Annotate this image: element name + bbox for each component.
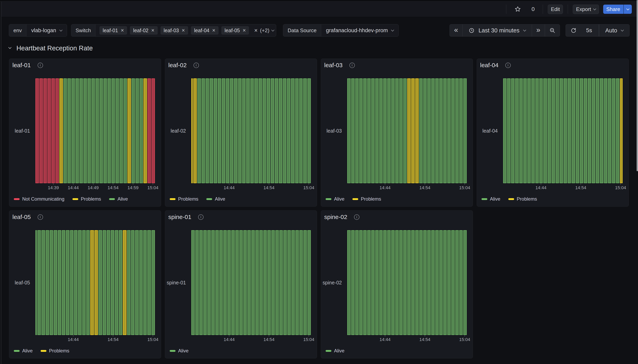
- legend-item[interactable]: Alive: [206, 196, 225, 202]
- legend-item[interactable]: Problems: [508, 196, 537, 202]
- dashboard-row-header[interactable]: Heartbeat Reception Rate: [9, 44, 93, 52]
- status-bar-alive: [455, 78, 459, 183]
- info-icon[interactable]: i: [354, 214, 359, 220]
- legend-item[interactable]: Problems: [352, 196, 381, 202]
- status-bar-down: [56, 78, 59, 183]
- time-range-picker[interactable]: Last 30 minutes: [463, 24, 532, 36]
- panel-title[interactable]: leaf-05: [13, 214, 31, 220]
- status-history-chart[interactable]: [503, 78, 622, 183]
- tick-mark: [93, 184, 94, 185]
- status-history-chart[interactable]: [36, 78, 155, 183]
- status-bar-down: [44, 78, 47, 183]
- more-tags[interactable]: (+2): [260, 28, 269, 34]
- status-history-chart[interactable]: [36, 230, 155, 335]
- datasource-value[interactable]: grafanacloud-hhdev-prom: [321, 24, 398, 36]
- refresh-interval-picker[interactable]: Auto: [599, 24, 629, 36]
- panel-title[interactable]: leaf-04: [480, 62, 498, 68]
- status-bar-alive: [267, 78, 270, 183]
- tick-mark: [309, 335, 309, 336]
- panel-title[interactable]: leaf-03: [324, 62, 343, 68]
- status-history-chart[interactable]: [347, 78, 467, 183]
- switch-tag[interactable]: leaf-03×: [161, 26, 188, 34]
- switch-tag[interactable]: leaf-01×: [100, 26, 127, 34]
- share-button[interactable]: Share: [603, 4, 623, 14]
- axis-ticks: [36, 184, 155, 185]
- remove-tag-icon[interactable]: ×: [243, 28, 246, 33]
- edit-button[interactable]: Edit: [548, 4, 563, 14]
- legend-item[interactable]: Problems: [73, 196, 101, 202]
- tick-mark: [309, 184, 309, 185]
- panel-title[interactable]: leaf-01: [13, 62, 31, 68]
- legend-item[interactable]: Not Communicating: [14, 196, 65, 202]
- panel-title[interactable]: spine-02: [324, 214, 347, 220]
- panel-legend: Alive: [170, 348, 189, 354]
- status-bar-alive: [64, 78, 67, 183]
- info-icon[interactable]: i: [198, 214, 204, 220]
- legend-color-pill: [109, 198, 115, 200]
- status-history-chart[interactable]: [347, 230, 467, 335]
- tick-mark: [269, 184, 269, 185]
- tick-mark: [113, 184, 113, 185]
- scrollbar-thumb[interactable]: [636, 0, 638, 171]
- panel-title[interactable]: spine-01: [168, 214, 191, 220]
- clear-tags-icon[interactable]: ×: [254, 27, 258, 34]
- x-axis-label: 15:04: [303, 337, 314, 342]
- status-bar-alive: [227, 230, 231, 335]
- status-bar-alive: [80, 78, 83, 183]
- status-bar-alive: [275, 230, 279, 335]
- legend-item[interactable]: Problems: [170, 196, 198, 202]
- info-icon[interactable]: i: [349, 62, 355, 68]
- info-icon[interactable]: i: [38, 214, 43, 220]
- legend-item[interactable]: Problems: [41, 348, 69, 354]
- star-count: 0: [531, 6, 535, 12]
- env-variable-value[interactable]: vlab-logan: [27, 24, 67, 36]
- legend-item[interactable]: Alive: [170, 348, 189, 354]
- refresh-button[interactable]: [566, 24, 579, 36]
- chevron-down-icon[interactable]: [271, 28, 275, 32]
- status-bar-alive: [427, 78, 431, 183]
- switch-tag[interactable]: leaf-05×: [221, 26, 249, 34]
- info-icon[interactable]: i: [194, 62, 199, 68]
- status-bar-alive: [132, 78, 135, 183]
- tick-mark: [620, 184, 621, 185]
- info-icon[interactable]: i: [38, 62, 43, 68]
- switch-tag[interactable]: leaf-04×: [191, 26, 219, 34]
- switch-tag[interactable]: leaf-02×: [130, 26, 158, 34]
- remove-tag-icon[interactable]: ×: [182, 28, 185, 33]
- legend-item[interactable]: Alive: [109, 196, 128, 202]
- zoom-out-button[interactable]: [545, 24, 560, 36]
- star-icon[interactable]: [514, 6, 521, 12]
- status-history-chart[interactable]: [191, 230, 311, 335]
- status-bar-alive: [222, 78, 225, 183]
- status-history-chart[interactable]: [191, 78, 311, 183]
- legend-color-pill: [481, 198, 487, 200]
- status-bar-alive: [359, 230, 363, 335]
- status-bar-alive: [99, 230, 102, 335]
- status-bar-alive: [263, 230, 267, 335]
- legend-label: Alive: [118, 196, 128, 202]
- status-bar-alive: [351, 230, 355, 335]
- remove-tag-icon[interactable]: ×: [121, 28, 124, 33]
- time-shift-forward-button[interactable]: »: [532, 24, 545, 36]
- tick-mark: [73, 335, 74, 336]
- legend-item[interactable]: Alive: [326, 348, 344, 354]
- legend-label: Alive: [334, 348, 344, 354]
- status-bar-alive: [395, 78, 399, 183]
- x-axis-label: 14:44: [380, 185, 391, 190]
- status-bar-alive: [58, 230, 61, 335]
- info-icon[interactable]: i: [505, 62, 511, 68]
- status-bar-alive: [203, 230, 207, 335]
- time-shift-back-button[interactable]: «: [450, 24, 463, 36]
- switch-tag-label: leaf-04: [194, 28, 209, 34]
- remove-tag-icon[interactable]: ×: [212, 28, 215, 33]
- panel-title[interactable]: leaf-02: [168, 62, 187, 68]
- share-menu-button[interactable]: [623, 4, 632, 14]
- remove-tag-icon[interactable]: ×: [151, 28, 155, 33]
- status-bar-alive: [571, 78, 575, 183]
- x-axis-labels: 14:4414:5415:04: [36, 337, 155, 343]
- legend-item[interactable]: Alive: [481, 196, 500, 202]
- legend-item[interactable]: Alive: [14, 348, 33, 354]
- export-button[interactable]: Export: [573, 4, 599, 14]
- status-bar-alive: [531, 78, 535, 183]
- legend-item[interactable]: Alive: [326, 196, 344, 202]
